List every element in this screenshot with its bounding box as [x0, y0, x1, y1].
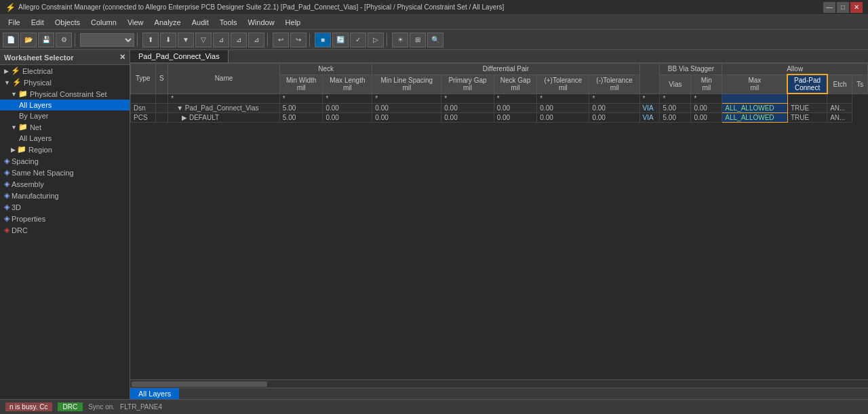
highlight-btn[interactable]: ■: [315, 33, 331, 47]
sidebar-label-manufacturing: Manufacturing: [12, 192, 59, 200]
redo-btn[interactable]: ↪: [290, 33, 307, 47]
toolbar-combo[interactable]: [80, 33, 134, 47]
sidebar-label-3d: 3D: [12, 203, 21, 211]
menu-item-edit[interactable]: Edit: [26, 17, 50, 28]
toolbar-sep-5: [387, 33, 389, 47]
cell-pad-pad-2: ALL_ALLOWED: [722, 112, 788, 122]
menu-item-view[interactable]: View: [122, 17, 149, 28]
filter-btn3[interactable]: ⊿: [213, 33, 229, 47]
menu-item-file[interactable]: File: [3, 17, 26, 28]
sidebar-header: Worksheet Selector ✕: [0, 50, 130, 65]
undo-btn[interactable]: ↩: [273, 33, 289, 47]
up-btn[interactable]: ⬆: [142, 33, 159, 47]
tab-bar: Pad_Pad_Connect_Vias: [130, 50, 868, 63]
sidebar-item-drc[interactable]: ◈ DRC: [0, 224, 130, 236]
cell-etch-1: TRUE: [787, 103, 827, 112]
cell-vias-1: VIA: [639, 103, 660, 112]
cell-s-0: [155, 94, 168, 103]
tab-pad-pad[interactable]: Pad_Pad_Connect_Vias: [130, 50, 229, 62]
sun-btn[interactable]: ☀: [392, 33, 408, 47]
th-etch: Etch: [827, 75, 852, 94]
sidebar-item-electrical[interactable]: ▶ ⚡ Electrical: [0, 65, 130, 77]
sidebar-close-icon[interactable]: ✕: [119, 53, 125, 62]
menu-item-audit[interactable]: Audit: [186, 17, 214, 28]
new-button[interactable]: 📄: [3, 33, 19, 47]
menu-item-analyze[interactable]: Analyze: [149, 17, 186, 28]
th-dp-minus-tol: (-)Tolerancemil: [589, 75, 639, 94]
sidebar-item-net[interactable]: ▼ 📁 Net: [0, 121, 130, 133]
bottom-tab-all-layers[interactable]: All Layers: [130, 388, 179, 399]
th-pad-pad-connect: Pad-PadConnect: [787, 75, 827, 94]
cell-dp-ls-1: 0.00: [372, 103, 441, 112]
table-row-header: * * * * * * * * * * *: [131, 94, 868, 103]
run-btn[interactable]: ▷: [368, 33, 384, 47]
minimize-button[interactable]: —: [823, 2, 835, 13]
sidebar-item-pcs[interactable]: ▼ 📁 Physical Constraint Set: [0, 88, 130, 100]
sidebar-item-physical[interactable]: ▼ ⚡ Physical: [0, 77, 130, 88]
cell-ts-2: AN...: [827, 112, 852, 122]
cell-dp-pg-0: *: [441, 94, 494, 103]
check-btn[interactable]: ✓: [350, 33, 366, 47]
cell-neck-max-2: 0.00: [323, 112, 372, 122]
cell-neck-max-1: 0.00: [323, 103, 372, 112]
cell-name-0: *: [168, 94, 280, 103]
sidebar-item-manufacturing[interactable]: ◈ Manufacturing: [0, 190, 130, 201]
cell-dp-ls-0: *: [372, 94, 441, 103]
sidebar-label-pcs: Physical Constraint Set: [30, 90, 107, 98]
filter-btn2[interactable]: ▽: [195, 33, 212, 47]
grid-btn[interactable]: ⊞: [410, 33, 426, 47]
table-row-dsn[interactable]: Dsn ▼ Pad_Pad_Connect_Vias 5.00 0.00 0.0…: [131, 103, 868, 112]
sidebar-item-region[interactable]: ▶ 📁 Region: [0, 144, 130, 155]
sidebar-item-all-layers-pcs[interactable]: All Layers: [0, 100, 130, 110]
sidebar-item-assembly[interactable]: ◈ Assembly: [0, 178, 130, 190]
sidebar-label-drc: DRC: [12, 226, 28, 234]
cell-dp-ng-0: *: [494, 94, 537, 103]
filter-btn1[interactable]: ▼: [178, 33, 194, 47]
sidebar-label-all-layers-net: All Layers: [19, 134, 52, 142]
filter-btn4[interactable]: ⊿: [231, 33, 247, 47]
sidebar-item-all-layers-net[interactable]: All Layers: [0, 133, 130, 144]
settings-button[interactable]: ⚙: [56, 33, 72, 47]
sidebar-label-region: Region: [28, 146, 52, 154]
sidebar-title: Worksheet Selector: [4, 54, 74, 62]
filter-btn5[interactable]: ⊿: [248, 33, 264, 47]
sidebar-label-spacing: Spacing: [12, 157, 39, 165]
open-button[interactable]: 📂: [20, 33, 37, 47]
sidebar-item-same-net[interactable]: ◈ Same Net Spacing: [0, 167, 130, 178]
cell-name-2: ▶ DEFAULT: [168, 112, 280, 122]
cell-s-1: [155, 103, 168, 112]
sidebar-label-same-net: Same Net Spacing: [12, 169, 74, 177]
th-diff-pair-group: Differential Pair: [372, 64, 639, 75]
sidebar-item-properties[interactable]: ◈ Properties: [0, 213, 130, 224]
cell-bb-min-1: 5.00: [660, 103, 691, 112]
close-button[interactable]: ✕: [850, 2, 863, 13]
horizontal-scrollbar[interactable]: [130, 379, 868, 388]
search-btn[interactable]: 🔍: [427, 33, 443, 47]
cell-neck-min-1: 5.00: [279, 103, 323, 112]
save-button[interactable]: 💾: [38, 33, 54, 47]
table-row-pcs[interactable]: PCS ▶ DEFAULT 5.00 0.00 0.00 0.00 0.00 0…: [131, 112, 868, 122]
sidebar: Worksheet Selector ✕ ▶ ⚡ Electrical ▼ ⚡ …: [0, 50, 130, 399]
th-allow-group: Allow: [722, 64, 868, 75]
th-bb-min: Minmil: [691, 75, 722, 94]
maximize-button[interactable]: □: [837, 2, 849, 13]
menu-item-objects[interactable]: Objects: [50, 17, 85, 28]
app-icon: ⚡: [5, 3, 16, 12]
menu-item-help[interactable]: Help: [280, 17, 307, 28]
cell-dp-plus-0: *: [537, 94, 589, 103]
th-dp-primary-gap: Primary Gapmil: [441, 75, 494, 94]
menu-item-tools[interactable]: Tools: [214, 17, 243, 28]
table-container[interactable]: Type S Name Neck Differential Pair BB Vi…: [130, 63, 868, 379]
cell-type-2: PCS: [131, 112, 156, 122]
menu-item-column[interactable]: Column: [85, 17, 122, 28]
down-btn[interactable]: ⬇: [160, 33, 176, 47]
cell-dp-ng-2: 0.00: [494, 112, 537, 122]
cell-dp-pg-1: 0.00: [441, 103, 494, 112]
toolbar-sep-3: [267, 33, 270, 47]
menu-item-window[interactable]: Window: [242, 17, 279, 28]
title-bar: ⚡ Allegro Constraint Manager (connected …: [0, 0, 868, 15]
sidebar-item-by-layer[interactable]: By Layer: [0, 110, 130, 121]
sidebar-item-spacing[interactable]: ◈ Spacing: [0, 155, 130, 167]
sync-btn[interactable]: 🔄: [332, 33, 349, 47]
sidebar-item-3d[interactable]: ◈ 3D: [0, 201, 130, 213]
